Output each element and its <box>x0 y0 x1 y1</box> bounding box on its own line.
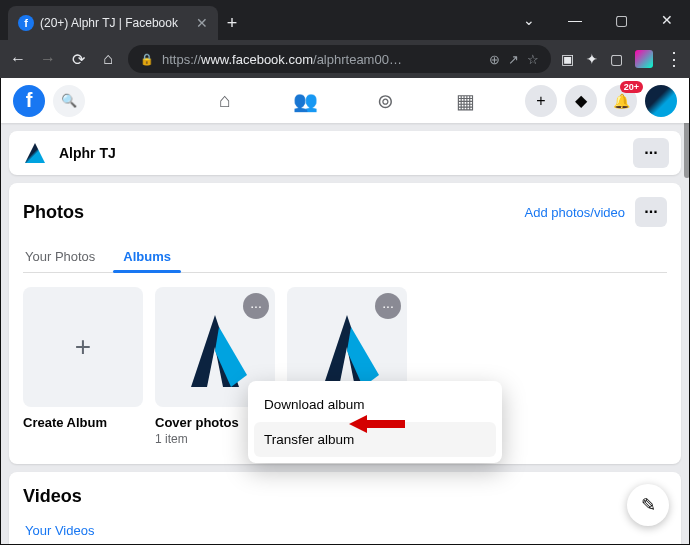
address-bar[interactable]: 🔒 https://www.facebook.com/alphrteam00… … <box>128 45 551 73</box>
browser-titlebar: f (20+) Alphr TJ | Facebook ✕ + ⌄ — ▢ ✕ <box>0 0 690 40</box>
extension-icons: ▣ ✦ ▢ ⋮ <box>561 48 682 70</box>
page-content: f 🔍 ⌂ 👥 ⊚ ▦ + ◆ 🔔 20+ Alphr TJ ··· Photo… <box>0 78 690 545</box>
nav-gaming-icon[interactable]: ▦ <box>445 89 485 113</box>
nav-friends-icon[interactable]: 👥 <box>285 89 325 113</box>
window-tabs-dropdown[interactable]: ⌄ <box>506 0 552 40</box>
sidepanel-icon[interactable]: ▢ <box>610 51 623 67</box>
photos-heading: Photos <box>23 202 84 223</box>
album-options-button[interactable]: ··· <box>243 293 269 319</box>
plus-icon: + <box>75 331 91 363</box>
create-album-thumb[interactable]: + <box>23 287 143 407</box>
share-icon[interactable]: ↗ <box>508 52 519 67</box>
lock-icon: 🔒 <box>140 53 154 66</box>
album-create[interactable]: + Create Album <box>23 287 143 446</box>
reader-icon[interactable]: ▣ <box>561 51 574 67</box>
tab-your-photos[interactable]: Your Photos <box>23 241 97 272</box>
facebook-nav-center: ⌂ 👥 ⊚ ▦ <box>205 89 485 113</box>
videos-tabs: Your Videos <box>23 517 667 544</box>
svg-marker-0 <box>349 415 405 433</box>
tab-albums[interactable]: Albums <box>121 241 173 272</box>
tab-close-icon[interactable]: ✕ <box>196 15 208 31</box>
window-close[interactable]: ✕ <box>644 0 690 40</box>
nav-groups-icon[interactable]: ⊚ <box>365 89 405 113</box>
nav-forward[interactable]: → <box>38 50 58 68</box>
nav-home[interactable]: ⌂ <box>98 50 118 68</box>
extensions-icon[interactable]: ✦ <box>586 51 598 67</box>
account-avatar[interactable] <box>645 85 677 117</box>
annotation-arrow <box>349 413 405 435</box>
extension-gem-icon[interactable] <box>635 50 653 68</box>
profile-avatar[interactable] <box>21 139 49 167</box>
window-controls: ⌄ — ▢ ✕ <box>506 0 690 40</box>
profile-name[interactable]: Alphr TJ <box>59 145 116 161</box>
tab-title: (20+) Alphr TJ | Facebook <box>40 16 190 30</box>
videos-card: Videos Your Videos <box>9 472 681 545</box>
browser-toolbar: ← → ⟳ ⌂ 🔒 https://www.facebook.com/alphr… <box>0 40 690 78</box>
compose-fab[interactable]: ✎ <box>627 484 669 526</box>
album-label: Create Album <box>23 415 143 430</box>
nav-back[interactable]: ← <box>8 50 28 68</box>
notifications-button[interactable]: 🔔 20+ <box>605 85 637 117</box>
browser-menu-icon[interactable]: ⋮ <box>665 48 682 70</box>
window-minimize[interactable]: — <box>552 0 598 40</box>
bell-icon: 🔔 <box>613 93 630 109</box>
create-button[interactable]: + <box>525 85 557 117</box>
nav-home-icon[interactable]: ⌂ <box>205 89 245 113</box>
profile-bar: Alphr TJ ··· <box>9 131 681 175</box>
facebook-logo[interactable]: f <box>13 85 45 117</box>
url-search-icon[interactable]: ⊕ <box>489 52 500 67</box>
profile-more-button[interactable]: ··· <box>633 138 669 168</box>
facebook-search-button[interactable]: 🔍 <box>53 85 85 117</box>
url-text: https://www.facebook.com/alphrteam00… <box>162 52 481 67</box>
tab-your-videos[interactable]: Your Videos <box>23 517 96 544</box>
search-icon: 🔍 <box>61 93 77 108</box>
photos-tabs: Your Photos Albums <box>23 241 667 273</box>
facebook-header: f 🔍 ⌂ 👥 ⊚ ▦ + ◆ 🔔 20+ <box>1 78 689 123</box>
messenger-button[interactable]: ◆ <box>565 85 597 117</box>
facebook-favicon: f <box>18 15 34 31</box>
nav-reload[interactable]: ⟳ <box>68 50 88 69</box>
videos-heading: Videos <box>23 486 82 507</box>
bookmark-star-icon[interactable]: ☆ <box>527 52 539 67</box>
messenger-icon: ◆ <box>575 91 587 110</box>
album-options-button[interactable]: ··· <box>375 293 401 319</box>
photos-more-button[interactable]: ··· <box>635 197 667 227</box>
facebook-header-right: + ◆ 🔔 20+ <box>525 85 677 117</box>
window-maximize[interactable]: ▢ <box>598 0 644 40</box>
add-photos-link[interactable]: Add photos/video <box>525 205 625 220</box>
pencil-icon: ✎ <box>641 494 656 516</box>
new-tab-button[interactable]: + <box>218 6 246 40</box>
notification-badge: 20+ <box>620 81 643 93</box>
browser-tab[interactable]: f (20+) Alphr TJ | Facebook ✕ <box>8 6 218 40</box>
